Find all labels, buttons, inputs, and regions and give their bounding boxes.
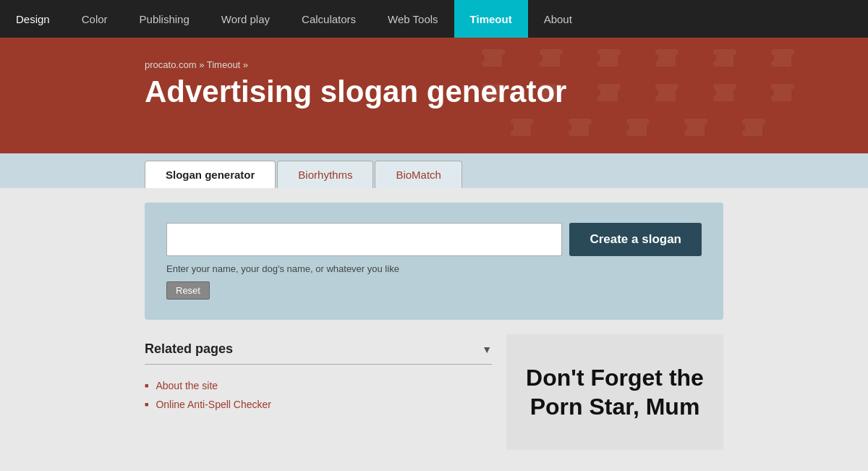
breadcrumb: procato.com » Timeout » <box>145 59 868 70</box>
tab-slogan-generator[interactable]: Slogan generator <box>145 161 276 188</box>
nav-item-webtools[interactable]: Web Tools <box>372 0 454 38</box>
related-list-item: About the site <box>145 376 492 395</box>
main-nav: Design Color Publishing Word play Calcul… <box>0 0 868 38</box>
create-slogan-button[interactable]: Create a slogan <box>569 223 702 256</box>
ad-text: Don't Forget the Porn Star, Mum <box>521 363 709 421</box>
input-hint: Enter your name, your dog's name, or wha… <box>166 263 702 274</box>
slogan-input[interactable] <box>166 223 562 256</box>
tab-biomatch[interactable]: BioMatch <box>375 161 462 188</box>
main-content: Create a slogan Enter your name, your do… <box>0 203 868 471</box>
hero-section: procato.com » Timeout » Advertising slog… <box>0 38 868 153</box>
tabs-bar: Slogan generator Biorhythms BioMatch <box>0 153 868 188</box>
ad-box: Don't Forget the Porn Star, Mum <box>506 334 723 450</box>
chevron-down-icon: ▼ <box>482 344 492 355</box>
hero-content: procato.com » Timeout » Advertising slog… <box>0 52 868 109</box>
nav-item-wordplay[interactable]: Word play <box>205 0 286 38</box>
related-link-antispell[interactable]: Online Anti-Spell Checker <box>156 399 271 410</box>
page-title: Advertising slogan generator <box>145 75 868 109</box>
related-header-title: Related pages <box>145 341 233 357</box>
input-row: Create a slogan <box>166 223 702 256</box>
nav-item-timeout[interactable]: Timeout <box>454 0 528 38</box>
nav-item-about[interactable]: About <box>528 0 588 38</box>
reset-button[interactable]: Reset <box>166 281 210 300</box>
related-list-item: Online Anti-Spell Checker <box>145 395 492 414</box>
related-list: About the site Online Anti-Spell Checker <box>145 376 492 414</box>
nav-item-design[interactable]: Design <box>0 0 66 38</box>
input-area: Create a slogan Enter your name, your do… <box>145 203 723 320</box>
related-header[interactable]: Related pages ▼ <box>145 334 492 365</box>
nav-item-calculators[interactable]: Calculators <box>286 0 372 38</box>
related-link-about-site[interactable]: About the site <box>156 380 218 391</box>
nav-item-publishing[interactable]: Publishing <box>124 0 205 38</box>
related-pages-panel: Related pages ▼ About the site Online An… <box>145 334 492 450</box>
nav-item-color[interactable]: Color <box>66 0 124 38</box>
lower-section: Related pages ▼ About the site Online An… <box>145 334 723 450</box>
tab-biorhythms[interactable]: Biorhythms <box>277 161 373 188</box>
